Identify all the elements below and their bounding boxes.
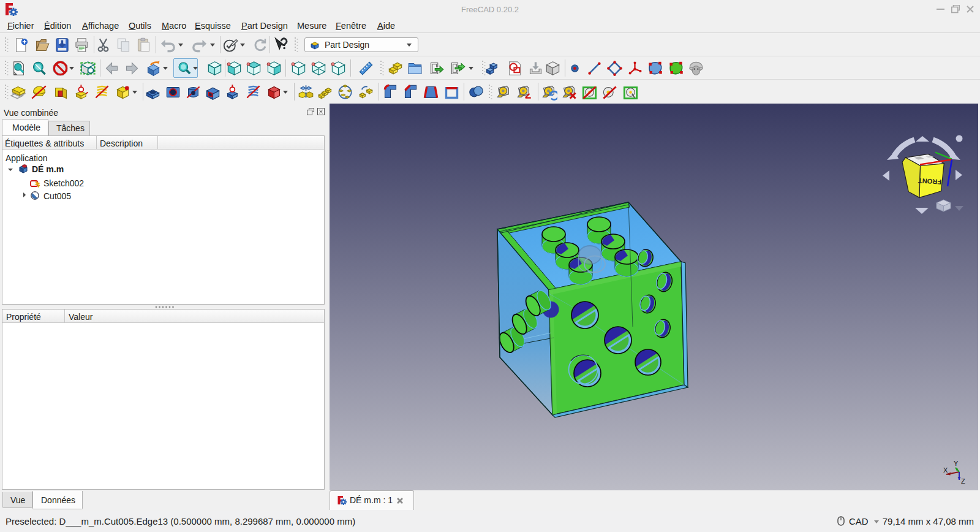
- svg-text:Y: Y: [954, 460, 959, 467]
- svg-text:Z: Z: [961, 477, 965, 485]
- svg-text:X: X: [943, 466, 948, 474]
